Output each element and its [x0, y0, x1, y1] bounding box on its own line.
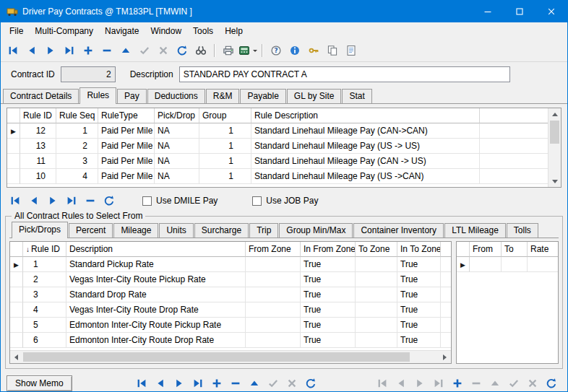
grid-cell[interactable]: 6	[23, 333, 66, 348]
grid-cell[interactable]: True	[397, 302, 441, 318]
column-header-to-zone[interactable]: To Zone	[356, 242, 397, 257]
grid-cell[interactable]	[356, 257, 397, 272]
nav-first-button[interactable]	[4, 42, 22, 59]
column-header-from-zone[interactable]: From Zone	[246, 242, 301, 257]
grid-cell[interactable]: 13	[20, 139, 56, 154]
post-edit-button[interactable]	[117, 42, 134, 59]
grid-cell[interactable]	[246, 272, 301, 287]
grid-cell[interactable]	[470, 257, 502, 272]
table-row[interactable]: 4Vegas Inter-City Route Drop RateTrueTru…	[10, 302, 451, 318]
grid-cell[interactable]: 12	[20, 123, 56, 139]
menu-file[interactable]: File	[4, 24, 29, 38]
rate-nav-first-button[interactable]	[374, 375, 391, 392]
select-nav-delete-button[interactable]	[227, 375, 244, 392]
grid-cell[interactable]	[356, 287, 397, 302]
select-tab-container-inventory[interactable]: Container Inventory	[353, 223, 444, 238]
about-button[interactable]	[286, 42, 304, 59]
rate-nav-add-button[interactable]	[449, 375, 466, 392]
grid-cell[interactable]: Edmonton Inter-City Route Pickup Rate	[66, 318, 246, 333]
grid-cell[interactable]: Paid Per Mile	[98, 123, 155, 139]
grid-cell[interactable]: 1	[199, 139, 251, 154]
grid-cell[interactable]	[246, 257, 301, 272]
select-nav-cancel-button[interactable]	[283, 375, 301, 392]
grid-cell[interactable]: True	[301, 318, 356, 333]
grid-cell[interactable]: 3	[23, 287, 66, 302]
select-grid-hscrollbar[interactable]	[10, 350, 451, 363]
rate-nav-next-button[interactable]	[411, 375, 429, 392]
contract-tab-stat[interactable]: Stat	[342, 89, 371, 103]
grid-cell[interactable]	[246, 333, 301, 348]
grid-cell[interactable]: True	[301, 302, 356, 318]
save-button[interactable]	[136, 42, 153, 59]
contract-tab-payable[interactable]: Payable	[240, 89, 285, 103]
rules-grid-vscrollbar[interactable]	[548, 108, 561, 187]
grid-cell[interactable]	[356, 272, 397, 287]
rate-nav-refresh-button[interactable]	[543, 375, 560, 392]
column-header-from[interactable]: From	[470, 242, 502, 257]
scroll-down-button[interactable]	[548, 175, 561, 187]
select-nav-prev-button[interactable]	[152, 375, 169, 392]
column-header-in-to-zone[interactable]: In To Zone	[397, 242, 441, 257]
grid-cell[interactable]: 1	[199, 154, 251, 169]
contract-tab-pay[interactable]: Pay	[117, 89, 147, 103]
rules-nav-refresh-button[interactable]	[100, 192, 118, 209]
rate-nav-last-button[interactable]	[430, 375, 447, 392]
grid-cell[interactable]: True	[397, 333, 441, 348]
grid-cell[interactable]: True	[397, 257, 441, 272]
select-nav-add-button[interactable]	[208, 375, 225, 392]
description-input[interactable]	[179, 66, 510, 82]
grid-cell[interactable]: 4	[23, 302, 66, 318]
show-memo-button[interactable]: Show Memo	[7, 375, 72, 391]
grid-cell[interactable]: 10	[20, 169, 56, 184]
rates-button[interactable]	[238, 42, 257, 59]
select-nav-next-button[interactable]	[171, 375, 188, 392]
column-header-description[interactable]: Description	[66, 242, 246, 257]
scroll-up-button[interactable]	[548, 108, 561, 120]
select-nav-post-button[interactable]	[246, 375, 263, 392]
select-nav-last-button[interactable]	[189, 375, 207, 392]
table-row[interactable]: 2Vegas Inter-City Route Pickup RateTrueT…	[10, 272, 451, 287]
grid-cell[interactable]: NA	[155, 169, 199, 184]
select-tab-ltl-mileage[interactable]: LTL Mileage	[444, 223, 506, 238]
grid-cell[interactable]: NA	[155, 139, 199, 154]
table-row[interactable]: ▶121Paid Per MileNA1Standard Linehaul Mi…	[7, 123, 548, 139]
cancel-button[interactable]	[155, 42, 172, 59]
rules-nav-prev-button[interactable]	[25, 192, 43, 209]
scroll-right-button[interactable]	[439, 352, 451, 363]
rules-nav-last-button[interactable]	[63, 192, 80, 209]
grid-cell[interactable]: Paid Per Mile	[98, 139, 155, 154]
grid-cell[interactable]	[246, 318, 301, 333]
nav-next-button[interactable]	[42, 42, 59, 59]
menu-multi-company[interactable]: Multi-Company	[29, 24, 99, 38]
notes-button[interactable]	[343, 42, 360, 59]
nav-last-button[interactable]	[61, 42, 78, 59]
select-nav-refresh-button[interactable]	[302, 375, 319, 392]
select-nav-save-button[interactable]	[264, 375, 282, 392]
grid-cell[interactable]: Vegas Inter-City Route Drop Rate	[66, 302, 246, 318]
maximize-button[interactable]	[504, 1, 535, 22]
column-header-pick-drop[interactable]: Pick/Drop	[155, 108, 199, 123]
menu-tools[interactable]: Tools	[187, 24, 219, 38]
rate-nav-prev-button[interactable]	[392, 375, 410, 392]
grid-cell[interactable]: Standard Linehaul Mileage Pay (US ->CAN)	[251, 169, 480, 184]
grid-cell[interactable]: True	[397, 272, 441, 287]
table-row[interactable]: ▶1Standard Pickup RateTrueTrue	[10, 257, 451, 272]
use-job-pay-checkbox[interactable]: Use JOB Pay	[252, 196, 318, 206]
grid-cell[interactable]: 11	[20, 154, 56, 169]
select-tab-units[interactable]: Units	[159, 223, 193, 238]
rules-nav-first-button[interactable]	[7, 192, 24, 209]
grid-cell[interactable]: True	[397, 287, 441, 302]
rate-nav-cancel-button[interactable]	[524, 375, 541, 392]
grid-cell[interactable]: NA	[155, 154, 199, 169]
menu-help[interactable]: Help	[219, 24, 249, 38]
table-row[interactable]: 5Edmonton Inter-City Route Pickup RateTr…	[10, 318, 451, 333]
grid-cell[interactable]: 1	[23, 257, 66, 272]
rate-nav-post-button[interactable]	[486, 375, 504, 392]
grid-cell[interactable]: 1	[56, 123, 98, 139]
table-row[interactable]: 3Standard Drop RateTrueTrue	[10, 287, 451, 302]
grid-cell[interactable]: True	[301, 257, 356, 272]
table-row[interactable]: ▶	[457, 257, 558, 272]
column-header-group[interactable]: Group	[199, 108, 251, 123]
contract-tab-contract-details[interactable]: Contract Details	[3, 89, 79, 103]
contract-tab-deductions[interactable]: Deductions	[147, 89, 205, 103]
